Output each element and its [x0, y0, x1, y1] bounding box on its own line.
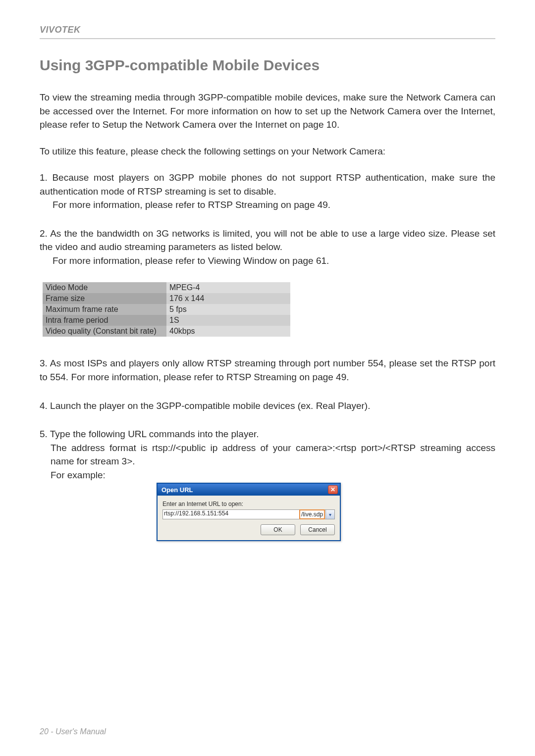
table-row: Frame size 176 x 144 [43, 293, 290, 304]
table-cell-label: Video Mode [43, 282, 166, 293]
page-footer: 20 - User's Manual [40, 727, 106, 736]
table-cell-label: Maximum frame rate [43, 304, 166, 315]
intro-paragraph-1: To view the streaming media through 3GPP… [40, 91, 495, 132]
list-item-2: 2. As the the bandwidth on 3G networks i… [40, 227, 495, 268]
divider-top [40, 38, 495, 39]
table-row: Intra frame period 1S [43, 315, 290, 326]
table-cell-value: 5 fps [166, 304, 290, 315]
list-item-2-line2: For more information, please refer to Vi… [40, 254, 495, 268]
cancel-button[interactable]: Cancel [300, 524, 335, 535]
list-item-5-line3: For example: [40, 468, 495, 482]
table-cell-label: Frame size [43, 293, 166, 304]
dialog-titlebar: Open URL ✕ [158, 484, 340, 496]
intro-paragraph-2: To utilize this feature, please check th… [40, 145, 495, 158]
list-item-1: 1. Because most players on 3GPP mobile p… [40, 171, 495, 212]
table-cell-label: Intra frame period [43, 315, 166, 326]
url-input[interactable]: rtsp://192.168.5.151:554 /live.sdp [162, 509, 326, 519]
list-item-5-line1: 5. Type the following URL commands into … [40, 427, 495, 441]
dialog-body: Enter an Internet URL to open: rtsp://19… [158, 496, 340, 540]
section-title: Using 3GPP-compatible Mobile Devices [40, 57, 495, 74]
table-row: Video quality (Constant bit rate) 40kbps [43, 326, 290, 337]
url-input-value-prefix: rtsp://192.168.5.151:554 [164, 510, 228, 517]
list-item-2-line1: 2. As the the bandwidth on 3G networks i… [40, 227, 495, 254]
list-item-5: 5. Type the following URL commands into … [40, 427, 495, 482]
open-url-dialog: Open URL ✕ Enter an Internet URL to open… [157, 483, 341, 541]
brand-header: VIVOTEK [40, 25, 495, 38]
ok-button[interactable]: OK [261, 524, 295, 535]
close-icon[interactable]: ✕ [328, 485, 338, 494]
table-row: Video Mode MPEG-4 [43, 282, 290, 293]
list-item-3: 3. As most ISPs and players only allow R… [40, 356, 495, 384]
settings-table: Video Mode MPEG-4 Frame size 176 x 144 M… [43, 282, 290, 337]
table-row: Maximum frame rate 5 fps [43, 304, 290, 315]
table-cell-value: 1S [166, 315, 290, 326]
chevron-down-icon[interactable]: ▾ [326, 509, 335, 519]
list-item-1-line2: For more information, please refer to RT… [40, 198, 495, 212]
list-item-5-line2: The address format is rtsp://<public ip … [40, 441, 495, 468]
dialog-title-text: Open URL [161, 486, 193, 494]
dialog-input-label: Enter an Internet URL to open: [162, 501, 335, 507]
url-input-highlight: /live.sdp [299, 509, 325, 519]
list-item-4: 4. Launch the player on the 3GPP-compati… [40, 399, 495, 413]
table-cell-value: MPEG-4 [166, 282, 290, 293]
table-cell-label: Video quality (Constant bit rate) [43, 326, 166, 337]
table-cell-value: 176 x 144 [166, 293, 290, 304]
table-cell-value: 40kbps [166, 326, 290, 337]
list-item-1-line1: 1. Because most players on 3GPP mobile p… [40, 171, 495, 198]
